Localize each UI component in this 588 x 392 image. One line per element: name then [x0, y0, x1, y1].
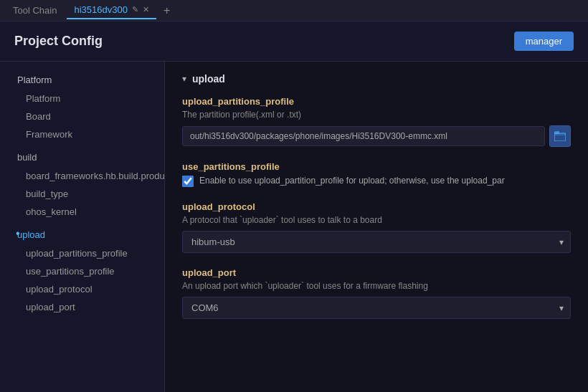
sidebar-section-upload[interactable]: upload — [0, 225, 164, 244]
new-tab-button[interactable]: + — [159, 4, 174, 17]
use-partitions-checkbox-row: Enable to use upload_partition_profile f… — [182, 175, 571, 187]
browse-button[interactable] — [549, 125, 571, 147]
upload-partitions-input[interactable] — [182, 126, 545, 146]
config-name-upload-protocol: upload_protocol — [182, 201, 571, 212]
svg-rect-1 — [554, 131, 559, 134]
section-header: ▾ upload — [182, 73, 571, 85]
config-desc-upload-port: An upload port which `uploader` tool use… — [182, 281, 571, 291]
title-bar: Tool Chain hi3516dv300 ✎ ✕ + — [0, 0, 588, 21]
sidebar-item-framework[interactable]: Framework — [0, 125, 164, 143]
upload-protocol-select[interactable]: hibum-usb serial usb — [182, 231, 571, 253]
app-title: Tool Chain — [6, 2, 64, 19]
sidebar-item-upload-port[interactable]: upload_port — [0, 298, 164, 316]
config-item-upload-port: upload_port An upload port which `upload… — [182, 267, 571, 319]
sidebar-item-platform[interactable]: Platform — [0, 90, 164, 107]
sidebar-item-upload-partitions-profile[interactable]: upload_partitions_profile — [0, 244, 164, 262]
close-icon[interactable]: ✕ — [143, 5, 149, 14]
config-item-upload-partitions-profile: upload_partitions_profile The partition … — [182, 96, 571, 147]
sidebar-item-ohos-kernel[interactable]: ohos_kernel — [0, 203, 164, 221]
sidebar-item-use-partitions-profile[interactable]: use_partitions_profile — [0, 262, 164, 280]
config-name-use-partitions-profile: use_partitions_profile — [182, 161, 571, 172]
manager-button[interactable]: manager — [514, 32, 574, 51]
sidebar: Platform Platform Board Framework build … — [0, 62, 165, 392]
tab-active-label: hi3516dv300 — [74, 4, 127, 15]
project-header: Project Config manager — [0, 21, 588, 62]
upload-partitions-input-row — [182, 125, 571, 147]
use-partitions-checkbox[interactable] — [182, 176, 194, 187]
tab-active[interactable]: hi3516dv300 ✎ ✕ — [67, 1, 156, 19]
sidebar-item-board[interactable]: Board — [0, 107, 164, 125]
upload-port-select-wrapper: COM6 COM1 COM2 COM3 COM4 COM5 ▾ — [182, 297, 571, 319]
sidebar-item-board-frameworks[interactable]: board_frameworks.hb.build.product — [0, 167, 164, 185]
edit-icon[interactable]: ✎ — [132, 5, 138, 14]
upload-port-select[interactable]: COM6 COM1 COM2 COM3 COM4 COM5 — [182, 297, 571, 319]
section-chevron-icon[interactable]: ▾ — [182, 74, 186, 84]
use-partitions-label: Enable to use upload_partition_profile f… — [199, 175, 505, 187]
config-desc-upload-partitions-profile: The partition profile(.xml or .txt) — [182, 110, 571, 120]
config-name-upload-port: upload_port — [182, 267, 571, 278]
sidebar-item-upload-protocol[interactable]: upload_protocol — [0, 280, 164, 298]
config-name-upload-partitions-profile: upload_partitions_profile — [182, 96, 571, 107]
upload-protocol-select-wrapper: hibum-usb serial usb ▾ — [182, 231, 571, 253]
config-item-use-partitions-profile: use_partitions_profile Enable to use upl… — [182, 161, 571, 187]
section-header-label: upload — [192, 73, 225, 85]
main-container: Project Config manager Platform Platform… — [0, 21, 588, 392]
sidebar-item-build-type[interactable]: build_type — [0, 185, 164, 203]
main-panel: ▾ upload upload_partitions_profile The p… — [165, 62, 588, 392]
config-desc-upload-protocol: A protocol that `uploader` tool uses to … — [182, 215, 571, 225]
content-area: Platform Platform Board Framework build … — [0, 62, 588, 392]
config-item-upload-protocol: upload_protocol A protocol that `uploade… — [182, 201, 571, 253]
sidebar-section-platform[interactable]: Platform — [0, 70, 164, 90]
sidebar-section-build[interactable]: build — [0, 148, 164, 167]
page-title: Project Config — [14, 34, 103, 49]
